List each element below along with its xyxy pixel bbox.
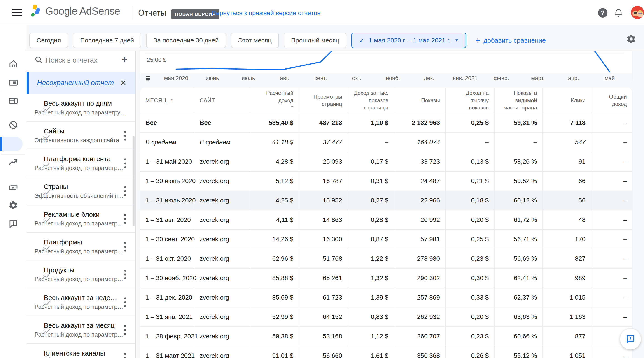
table-cell: 877 — [543, 327, 592, 346]
search-input[interactable] — [45, 54, 114, 66]
rail-item-home[interactable] — [0, 57, 27, 71]
table-cell: 61 723 — [299, 288, 348, 307]
menu-icon[interactable] — [12, 8, 22, 17]
table-cell: 22 966 — [394, 191, 446, 210]
column-header[interactable]: Показы — [394, 88, 446, 113]
brand-name: Google AdSense — [45, 5, 120, 17]
cell-value: 85,88 $ — [272, 275, 293, 282]
column-header[interactable]: Показы в видимой части экрана — [494, 88, 543, 113]
table-cell: – — [592, 113, 632, 132]
more-options-icon[interactable] — [120, 269, 130, 280]
table-row[interactable]: 1 – 30 сент. 2020zverek.org14,26 $16 300… — [140, 230, 632, 249]
column-header[interactable]: Просмотры страниц — [299, 88, 348, 113]
table-row[interactable]: 1 – 28 февр. 2021zverek.org59,38 $53 168… — [140, 327, 632, 346]
date-preset-chip-2[interactable]: За последние 30 дней — [146, 33, 226, 48]
table-cell: 33 723 — [394, 152, 446, 171]
rail-item-blocking[interactable] — [0, 118, 27, 133]
sidebar-item-report-8[interactable]: Весь аккаунт за месяцРасчетный доход по … — [27, 316, 136, 344]
feedback-fab[interactable] — [620, 329, 641, 350]
rail-item-reports[interactable] — [0, 137, 27, 151]
sidebar-item-unsaved-report[interactable]: Несохраненный отчет ✕ — [27, 72, 136, 94]
report-subtitle: Расчетный доход по параметр… — [34, 220, 123, 227]
rail-item-payments[interactable] — [0, 180, 27, 195]
sidebar-item-report-5[interactable]: ПлатформыРасчетный доход по параметр… — [27, 233, 136, 261]
adsense-home-link[interactable]: Google AdSense — [28, 4, 120, 18]
date-preset-chip-4[interactable]: Прошлый месяц — [284, 33, 346, 48]
table-row[interactable]: 1 – 30 нояб. 2020zverek.org85,88 $65 261… — [140, 269, 632, 288]
report-settings-gear-icon[interactable] — [626, 34, 636, 44]
more-options-icon[interactable] — [120, 324, 130, 336]
rail-item-feedback[interactable] — [0, 217, 27, 231]
column-header[interactable]: Расчетный доход * — [250, 88, 299, 113]
sidebar-item-report-9[interactable]: Клиентские каналы — [27, 344, 136, 358]
table-row[interactable]: ВсеВсе535,40 $487 2131,10 $2 132 9630,25… — [140, 113, 632, 133]
column-header[interactable]: Общий доход — [592, 88, 632, 113]
cell-value: zverek.org — [200, 313, 229, 321]
sidebar-item-report-2[interactable]: Платформа контентаРасчетный доход по пар… — [27, 149, 136, 177]
table-cell: 1 – 30 июнь 2020 — [140, 172, 194, 191]
table-row[interactable]: 1 – 30 июнь 2020zverek.org5,12 $16 7870,… — [140, 172, 632, 191]
sidebar-item-report-3[interactable]: СтраныЭффективность объявлений п… — [27, 177, 136, 205]
more-options-icon[interactable] — [120, 213, 130, 225]
table-cell: – — [592, 230, 632, 249]
column-header[interactable]: Клики — [543, 88, 592, 113]
sidebar-scrollbar[interactable] — [132, 136, 134, 226]
date-range-chip[interactable]: ✓1 мая 2020 г. – 1 мая 2021 г.▼ — [351, 32, 466, 48]
more-options-icon[interactable] — [120, 352, 130, 358]
more-options-icon[interactable] — [120, 241, 130, 253]
close-icon[interactable]: ✕ — [120, 78, 127, 87]
cell-value: 1 – 31 июль 2020 — [146, 197, 196, 204]
sidebar-item-report-0[interactable]: Весь аккаунт по днямРасчетный доход по п… — [27, 94, 136, 122]
column-header[interactable]: САЙТ — [194, 88, 250, 113]
more-options-icon[interactable] — [120, 296, 130, 308]
column-header[interactable]: Доход на тысячу показов — [446, 88, 494, 113]
table-row[interactable]: 1 – 31 июль 2020zverek.org4,25 $15 9520,… — [140, 191, 632, 210]
date-range-label: 1 мая 2020 г. – 1 мая 2021 г. — [369, 37, 451, 44]
table-cell: 24 487 — [394, 172, 446, 191]
cell-value: 65 261 — [323, 275, 342, 282]
sidebar-item-report-1[interactable]: СайтыЭффективность каждого сайта — [27, 122, 136, 149]
report-title: Весь аккаунт за месяц — [44, 322, 115, 329]
help-icon[interactable]: ? — [598, 8, 608, 17]
table-row[interactable]: В среднемВ среднем41,18 $37 477–164 074–… — [140, 133, 632, 152]
sidebar-item-report-4[interactable]: Рекламные блокиРасчетный доход по параме… — [27, 205, 136, 233]
rail-item-ads[interactable] — [0, 76, 27, 90]
cell-value: 25 093 — [323, 158, 342, 165]
date-preset-chip-0[interactable]: Сегодня — [29, 33, 68, 48]
more-options-icon[interactable] — [120, 130, 130, 142]
account-avatar[interactable] — [631, 6, 644, 19]
back-to-old-reports-link[interactable]: Вернуться к прежней версии отчетов — [212, 9, 321, 17]
rail-item-optimization[interactable] — [0, 155, 27, 170]
rail-item-sites[interactable] — [0, 94, 27, 109]
date-preset-chip-1[interactable]: Последние 7 дней — [73, 33, 141, 48]
payments-icon — [0, 182, 18, 193]
table-cell: 56,71 % — [494, 230, 543, 249]
sidebar-item-report-6[interactable]: ПродуктыРасчетный доход по параметр… — [27, 261, 136, 288]
table-cell: В среднем — [194, 133, 250, 152]
table-row[interactable]: 1 – 31 март 2021zverek.org91,01 $56 6601… — [140, 346, 632, 358]
table-cell: zverek.org — [194, 249, 250, 268]
toggle-table-icon[interactable] — [145, 75, 152, 83]
rail-item-settings[interactable] — [0, 198, 27, 213]
chevron-down-icon: ▼ — [454, 38, 459, 43]
add-comparison-button[interactable]: +добавить сравнение — [475, 36, 546, 45]
column-header[interactable]: Доход за тыс. показов страницы — [348, 88, 394, 113]
sidebar-item-report-7[interactable]: Весь аккаунт за неде…Расчетный доход по … — [27, 288, 136, 316]
column-header[interactable]: МЕСЯЦ↑ — [140, 88, 194, 113]
table-row[interactable]: 1 – 31 янв. 2021zverek.org52,99 $64 1520… — [140, 308, 632, 327]
table-row[interactable]: 1 – 31 дек. 2020zverek.org85,69 $61 7231… — [140, 288, 632, 308]
notifications-bell-icon[interactable] — [613, 7, 624, 18]
report-subtitle: Эффективность каждого сайта — [34, 137, 119, 144]
cell-value: zverek.org — [200, 158, 229, 165]
more-options-icon[interactable] — [120, 158, 130, 169]
table-cell: 53 168 — [299, 327, 348, 346]
more-options-icon[interactable] — [120, 185, 130, 197]
date-preset-chip-3[interactable]: Этот месяц — [231, 33, 279, 48]
table-row[interactable]: 1 – 31 май 2020zverek.org4,28 $25 0930,1… — [140, 152, 632, 172]
cell-value: 91,01 $ — [272, 352, 293, 358]
table-cell: 290 302 — [394, 269, 446, 288]
table-cell: 64 152 — [299, 308, 348, 327]
table-row[interactable]: 1 – 31 авг. 2020zverek.org4,11 $14 8630,… — [140, 210, 632, 230]
add-report-icon[interactable]: + — [122, 54, 127, 65]
table-row[interactable]: 1 – 31 окт. 2020zverek.org62,96 $51 7681… — [140, 249, 632, 269]
